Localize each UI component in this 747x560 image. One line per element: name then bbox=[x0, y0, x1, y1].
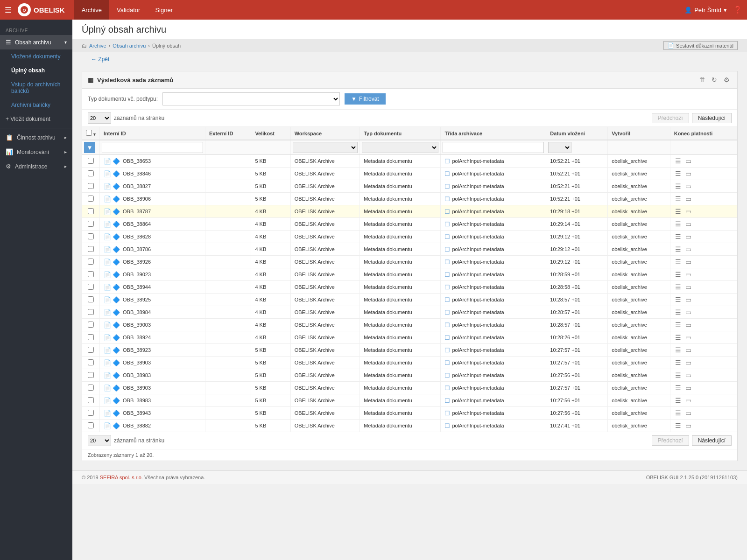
back-button[interactable]: ← Zpět bbox=[82, 52, 119, 66]
doc-icon-file[interactable]: 📄 bbox=[104, 347, 111, 354]
row-checkbox[interactable] bbox=[88, 422, 94, 428]
row-checkbox[interactable] bbox=[88, 284, 94, 290]
doc-icon-file[interactable]: 📄 bbox=[104, 208, 111, 215]
row-checkbox[interactable] bbox=[88, 296, 94, 302]
row-checkbox[interactable] bbox=[88, 196, 94, 202]
row-check-cell[interactable] bbox=[82, 155, 100, 168]
row-check-cell[interactable] bbox=[82, 268, 100, 281]
row-delete-btn[interactable]: ▭ bbox=[684, 258, 692, 266]
row-detail-btn[interactable]: ☰ bbox=[674, 384, 682, 392]
filter-trida-input[interactable] bbox=[443, 142, 544, 153]
row-detail-btn[interactable]: ☰ bbox=[674, 245, 682, 253]
doc-icon-file[interactable]: 📄 bbox=[104, 246, 111, 253]
row-delete-btn[interactable]: ▭ bbox=[684, 157, 692, 165]
doc-icon-file[interactable]: 📄 bbox=[104, 259, 111, 266]
share-button[interactable]: ⇈ bbox=[698, 75, 707, 84]
sidebar-item-cinnost[interactable]: 📋 Činnost archivu ▸ bbox=[0, 130, 72, 145]
row-checkbox[interactable] bbox=[88, 309, 94, 315]
doc-icon-file[interactable]: 📄 bbox=[104, 334, 111, 341]
doc-icon-list[interactable]: 🔷 bbox=[113, 246, 120, 253]
doc-icon-list[interactable]: 🔷 bbox=[113, 372, 120, 379]
filter-button[interactable]: ▼ Filtrovat bbox=[345, 93, 386, 105]
row-checkbox[interactable] bbox=[88, 347, 94, 353]
doc-icon-list[interactable]: 🔷 bbox=[113, 309, 120, 316]
doc-icon-list[interactable]: 🔷 bbox=[113, 233, 120, 240]
row-detail-btn[interactable]: ☰ bbox=[674, 283, 682, 291]
doc-icon-list[interactable]: 🔷 bbox=[113, 410, 120, 417]
row-detail-btn[interactable]: ☰ bbox=[674, 321, 682, 329]
row-delete-btn[interactable]: ▭ bbox=[684, 182, 692, 190]
row-check-cell[interactable] bbox=[82, 369, 100, 382]
doc-icon-list[interactable]: 🔷 bbox=[113, 359, 120, 366]
row-delete-btn[interactable]: ▭ bbox=[684, 321, 692, 329]
doc-icon-file[interactable]: 📄 bbox=[104, 410, 111, 417]
sidebar-item-uplny[interactable]: Úplný obsah bbox=[0, 63, 72, 77]
row-check-cell[interactable] bbox=[82, 218, 100, 231]
row-delete-btn[interactable]: ▭ bbox=[684, 346, 692, 354]
row-detail-btn[interactable]: ☰ bbox=[674, 397, 682, 404]
row-check-cell[interactable] bbox=[82, 294, 100, 306]
next-button-bottom[interactable]: Následující bbox=[692, 435, 732, 446]
doc-icon-list[interactable]: 🔷 bbox=[113, 170, 120, 177]
row-checkbox[interactable] bbox=[88, 410, 94, 416]
row-checkbox[interactable] bbox=[88, 208, 94, 214]
doc-icon-list[interactable]: 🔷 bbox=[113, 284, 120, 291]
row-check-cell[interactable] bbox=[82, 420, 100, 432]
doc-icon-file[interactable]: 📄 bbox=[104, 221, 111, 228]
doc-icon-list[interactable]: 🔷 bbox=[113, 397, 120, 404]
doc-icon-file[interactable]: 📄 bbox=[104, 385, 111, 392]
doc-icon-list[interactable]: 🔷 bbox=[113, 347, 120, 354]
row-checkbox[interactable] bbox=[88, 233, 94, 239]
help-icon[interactable]: ❓ bbox=[733, 6, 742, 14]
sestavit-button[interactable]: 📄 Sestavit důkazní materiál bbox=[663, 41, 738, 50]
doc-icon-list[interactable]: 🔷 bbox=[113, 259, 120, 266]
row-check-cell[interactable] bbox=[82, 231, 100, 243]
row-detail-btn[interactable]: ☰ bbox=[674, 359, 682, 366]
row-delete-btn[interactable]: ▭ bbox=[684, 409, 692, 417]
doc-icon-file[interactable]: 📄 bbox=[104, 170, 111, 177]
doc-icon-list[interactable]: 🔷 bbox=[113, 385, 120, 392]
doc-icon-file[interactable]: 📄 bbox=[104, 296, 111, 303]
user-info[interactable]: 👤 Petr Šmíd ▾ bbox=[684, 7, 727, 14]
add-document-button[interactable]: + Vložit dokument bbox=[0, 112, 72, 126]
row-check-cell[interactable] bbox=[82, 281, 100, 294]
row-checkbox[interactable] bbox=[88, 372, 94, 378]
row-check-cell[interactable] bbox=[82, 407, 100, 420]
doc-icon-list[interactable]: 🔷 bbox=[113, 183, 120, 190]
doc-icon-file[interactable]: 📄 bbox=[104, 322, 111, 329]
doc-icon-list[interactable]: 🔷 bbox=[113, 422, 120, 429]
row-detail-btn[interactable]: ☰ bbox=[674, 220, 682, 228]
row-delete-btn[interactable]: ▭ bbox=[684, 271, 692, 278]
filter-typ-select[interactable] bbox=[362, 142, 438, 153]
sidebar-item-obsah-archivu[interactable]: ☰ Obsah archivu ▾ bbox=[0, 35, 72, 49]
prev-button-bottom[interactable]: Předchozí bbox=[652, 435, 689, 446]
doc-icon-file[interactable]: 📄 bbox=[104, 196, 111, 203]
doc-icon-file[interactable]: 📄 bbox=[104, 359, 111, 366]
sidebar-item-vlozene[interactable]: Vložené dokumenty bbox=[0, 49, 72, 63]
row-checkbox[interactable] bbox=[88, 385, 94, 391]
next-button[interactable]: Následující bbox=[692, 113, 732, 123]
row-check-cell[interactable] bbox=[82, 344, 100, 357]
sidebar-item-archivni[interactable]: Archivní balíčky bbox=[0, 98, 72, 112]
row-delete-btn[interactable]: ▭ bbox=[684, 359, 692, 366]
row-checkbox[interactable] bbox=[88, 221, 94, 227]
row-delete-btn[interactable]: ▭ bbox=[684, 371, 692, 379]
row-checkbox[interactable] bbox=[88, 322, 94, 328]
select-all-checkbox[interactable] bbox=[86, 130, 92, 136]
row-check-cell[interactable] bbox=[82, 243, 100, 256]
row-detail-btn[interactable]: ☰ bbox=[674, 208, 682, 215]
row-check-cell[interactable] bbox=[82, 331, 100, 344]
doc-icon-file[interactable]: 📄 bbox=[104, 284, 111, 291]
row-delete-btn[interactable]: ▭ bbox=[684, 296, 692, 303]
filter-select[interactable] bbox=[162, 92, 340, 105]
filter-workspace-select[interactable] bbox=[293, 142, 358, 153]
nav-archive[interactable]: Archive bbox=[74, 0, 109, 20]
row-check-cell[interactable] bbox=[82, 382, 100, 394]
settings-button[interactable]: ⚙ bbox=[722, 75, 732, 84]
refresh-button[interactable]: ↻ bbox=[710, 75, 719, 84]
row-detail-btn[interactable]: ☰ bbox=[674, 195, 682, 203]
row-checkbox[interactable] bbox=[88, 397, 94, 403]
per-page-select[interactable]: 20 50 100 bbox=[88, 112, 111, 124]
row-checkbox[interactable] bbox=[88, 334, 94, 340]
row-detail-btn[interactable]: ☰ bbox=[674, 371, 682, 379]
